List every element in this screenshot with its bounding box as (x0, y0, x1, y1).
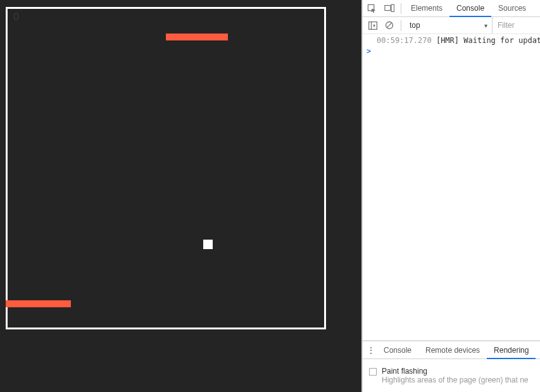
console-toolbar: top ▾ (363, 17, 540, 34)
paint-flashing-checkbox[interactable] (369, 368, 377, 376)
tabbar-separator (401, 3, 401, 14)
paint-flashing-title: Paint flashing (382, 367, 528, 376)
console-prompt[interactable]: > (363, 46, 540, 56)
game-area[interactable]: 0 (6, 7, 326, 329)
svg-rect-2 (391, 4, 394, 11)
devtools-drawer: ⋮ Console Remote devices Rendering Paint… (363, 340, 540, 392)
console-log-entry[interactable]: 00:59:17.270 [HMR] Waiting for updat (363, 35, 540, 46)
svg-marker-5 (374, 24, 375, 27)
device-toolbar-icon[interactable] (380, 0, 398, 16)
chevron-down-icon: ▾ (484, 22, 487, 29)
clear-console-icon[interactable] (382, 18, 397, 33)
console-body[interactable]: 00:59:17.270 [HMR] Waiting for updat > (363, 34, 540, 56)
svg-rect-3 (369, 21, 377, 29)
console-filter-input[interactable] (498, 21, 540, 30)
paint-flashing-label[interactable]: Paint flashing Highlights areas of the p… (382, 367, 528, 384)
player-square (203, 240, 213, 249)
execution-context-value: top (410, 21, 420, 30)
obstacle-bottom (6, 300, 71, 307)
drawer-tab-remote-devices[interactable]: Remote devices (418, 342, 487, 358)
devtools-panel: Elements Console Sources top ▾ (363, 0, 540, 392)
tab-console[interactable]: Console (449, 0, 491, 17)
drawer-tabbar: ⋮ Console Remote devices Rendering (363, 342, 540, 359)
log-timestamp: 00:59:17.270 (377, 36, 436, 45)
svg-line-7 (387, 23, 392, 28)
inspect-element-icon[interactable] (363, 0, 380, 16)
paint-flashing-desc: Highlights areas of the page (green) tha… (382, 376, 528, 384)
toggle-console-sidebar-icon[interactable] (365, 18, 380, 33)
svg-rect-1 (385, 6, 391, 11)
tab-elements[interactable]: Elements (404, 0, 449, 16)
log-message: [HMR] Waiting for updat (436, 36, 540, 45)
drawer-tab-rendering[interactable]: Rendering (487, 342, 536, 359)
drawer-tab-console[interactable]: Console (377, 342, 418, 358)
tab-sources[interactable]: Sources (491, 0, 533, 16)
console-filter-wrap (492, 17, 540, 34)
console-toolbar-separator (401, 20, 401, 31)
game-panel: 0 (0, 0, 361, 392)
score-display: 0 (13, 11, 19, 23)
obstacle-top (166, 34, 228, 40)
devtools-tabbar: Elements Console Sources (363, 0, 540, 17)
drawer-menu-icon[interactable]: ⋮ (365, 345, 377, 355)
execution-context-select[interactable]: top ▾ (405, 19, 491, 32)
rendering-panel: Paint flashing Highlights areas of the p… (363, 359, 540, 392)
